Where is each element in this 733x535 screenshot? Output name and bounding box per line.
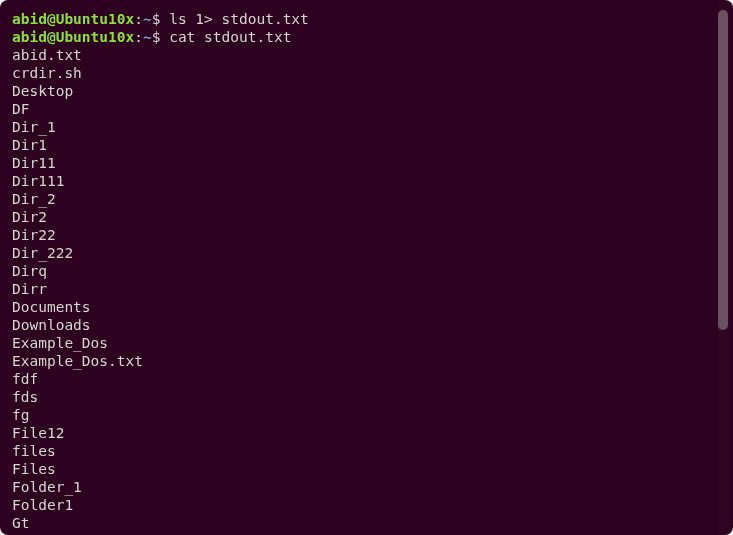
terminal-content[interactable]: abid@Ubuntu10x:~$ ls 1> stdout.txt abid@… [2,2,731,533]
prompt-path: ~ [143,29,152,45]
output-line: Dir22 [12,226,721,244]
output-line: Dir_1 [12,118,721,136]
output-line: Dir_2 [12,190,721,208]
terminal-inner: abid@Ubuntu10x:~$ ls 1> stdout.txt abid@… [2,2,731,533]
output-line: Example_Dos.txt [12,352,721,370]
output-line: DF [12,100,721,118]
output-line: Dir2 [12,208,721,226]
prompt-colon: : [134,29,143,45]
output-line: Folder1 [12,496,721,514]
output-line: fg [12,406,721,424]
scrollbar-track[interactable] [718,2,730,533]
output-line: Files [12,460,721,478]
output-line: Example_Dos [12,334,721,352]
prompt-dollar: $ [152,11,169,27]
output-line: Folder_1 [12,478,721,496]
prompt-colon: : [134,11,143,27]
prompt-user-host: abid@Ubuntu10x [12,11,134,27]
prompt-line-2: abid@Ubuntu10x:~$ cat stdout.txt [12,28,721,46]
output-line: Dir111 [12,172,721,190]
command-text-2: cat stdout.txt [169,29,291,45]
terminal-window: abid@Ubuntu10x:~$ ls 1> stdout.txt abid@… [0,0,733,535]
output-line: Dir1 [12,136,721,154]
output-line: Documents [12,298,721,316]
output-line: Dir11 [12,154,721,172]
output-line: Dirq [12,262,721,280]
output-line: File12 [12,424,721,442]
prompt-user-host: abid@Ubuntu10x [12,29,134,45]
output-line: crdir.sh [12,64,721,82]
prompt-path: ~ [143,11,152,27]
output-line: fdf [12,370,721,388]
output-line: Gt [12,514,721,532]
output-line: abid.txt [12,46,721,64]
output-line: files [12,442,721,460]
prompt-dollar: $ [152,29,169,45]
output-line: Desktop [12,82,721,100]
output-line: Dirr [12,280,721,298]
scrollbar-thumb[interactable] [718,10,728,330]
output-line: Downloads [12,316,721,334]
prompt-line-1: abid@Ubuntu10x:~$ ls 1> stdout.txt [12,10,721,28]
command-text-1: ls 1> stdout.txt [169,11,309,27]
output-line: fds [12,388,721,406]
output-line: Dir_222 [12,244,721,262]
